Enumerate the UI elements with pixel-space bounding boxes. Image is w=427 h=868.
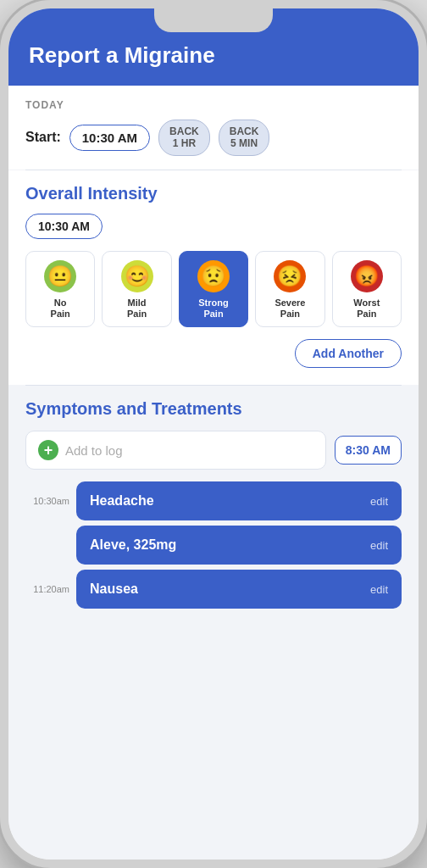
back-1hr-button[interactable]: BACK1 HR — [158, 120, 210, 156]
no-pain-label: NoPain — [51, 298, 70, 320]
severe-pain-face: 😣 — [274, 260, 306, 292]
pain-option-severe-pain[interactable]: 😣 SeverePain — [255, 251, 324, 327]
no-pain-face: 😐 — [44, 260, 76, 292]
pain-option-strong-pain[interactable]: 😟 StrongPain — [179, 251, 248, 327]
add-another-button[interactable]: Add Another — [295, 339, 402, 368]
log-entry-row-nausea: 11:20am Nausea edit — [25, 570, 402, 609]
severe-pain-label: SeverePain — [274, 298, 305, 320]
strong-pain-label: StrongPain — [198, 298, 228, 320]
phone-shell: Report a Migraine TODAY Start: 10:30 AM … — [0, 0, 427, 868]
start-section: TODAY Start: 10:30 AM BACK1 HR BACK5 MIN — [8, 86, 419, 170]
log-time-headache: 10:30am — [25, 496, 69, 506]
start-time-button[interactable]: 10:30 AM — [69, 125, 150, 151]
log-entry-text-headache: Headache — [90, 493, 154, 509]
today-label: TODAY — [25, 99, 402, 111]
log-entry-text-aleve: Aleve, 325mg — [90, 537, 176, 553]
mild-pain-face: 😊 — [121, 260, 153, 292]
pain-option-worst-pain[interactable]: 😡 WorstPain — [332, 251, 402, 327]
pain-option-no-pain[interactable]: 😐 NoPain — [25, 251, 95, 327]
log-entry-row-headache: 10:30am Headache edit — [25, 481, 402, 520]
strong-pain-face: 😟 — [197, 260, 230, 292]
notch — [154, 8, 273, 32]
mild-pain-label: MildPain — [127, 298, 147, 320]
pain-options-row: 😐 NoPain 😊 MildPain 😟 StrongPain 😣 Sever… — [25, 251, 402, 327]
intensity-time[interactable]: 10:30 AM — [25, 214, 103, 239]
back-5min-button[interactable]: BACK5 MIN — [219, 120, 270, 156]
log-entry-aleve[interactable]: Aleve, 325mg edit — [76, 526, 402, 565]
log-edit-headache[interactable]: edit — [370, 495, 388, 508]
symptoms-title: Symptoms and Treatments — [25, 399, 402, 419]
add-log-placeholder: Add to log — [65, 443, 123, 458]
log-entry-nausea[interactable]: Nausea edit — [76, 570, 402, 609]
worst-pain-face: 😡 — [351, 260, 383, 292]
log-entry-row-aleve: Aleve, 325mg edit — [25, 526, 402, 565]
symptoms-section: Symptoms and Treatments + Add to log 8:3… — [8, 386, 419, 617]
log-edit-aleve[interactable]: edit — [370, 539, 388, 552]
start-label: Start: — [25, 130, 61, 145]
add-log-input[interactable]: + Add to log — [25, 431, 326, 470]
log-time-nausea: 11:20am — [25, 584, 69, 594]
page-title: Report a Migraine — [29, 42, 215, 69]
add-another-row: Add Another — [25, 339, 402, 368]
log-edit-nausea[interactable]: edit — [370, 583, 388, 596]
intensity-section: Overall Intensity 10:30 AM 😐 NoPain 😊 Mi… — [8, 170, 419, 385]
add-log-row: + Add to log 8:30 AM — [25, 431, 402, 470]
log-entry-text-nausea: Nausea — [90, 581, 138, 597]
log-entry-headache[interactable]: Headache edit — [76, 481, 402, 520]
main-content: TODAY Start: 10:30 AM BACK1 HR BACK5 MIN… — [8, 86, 419, 860]
pain-option-mild-pain[interactable]: 😊 MildPain — [102, 251, 171, 327]
log-entries: 10:30am Headache edit Aleve, 325mg edit — [25, 481, 402, 609]
worst-pain-label: WorstPain — [353, 298, 380, 320]
intensity-title: Overall Intensity — [25, 184, 402, 203]
start-row: Start: 10:30 AM BACK1 HR BACK5 MIN — [25, 120, 402, 156]
add-log-icon: + — [38, 440, 58, 460]
add-log-time[interactable]: 8:30 AM — [335, 436, 402, 465]
